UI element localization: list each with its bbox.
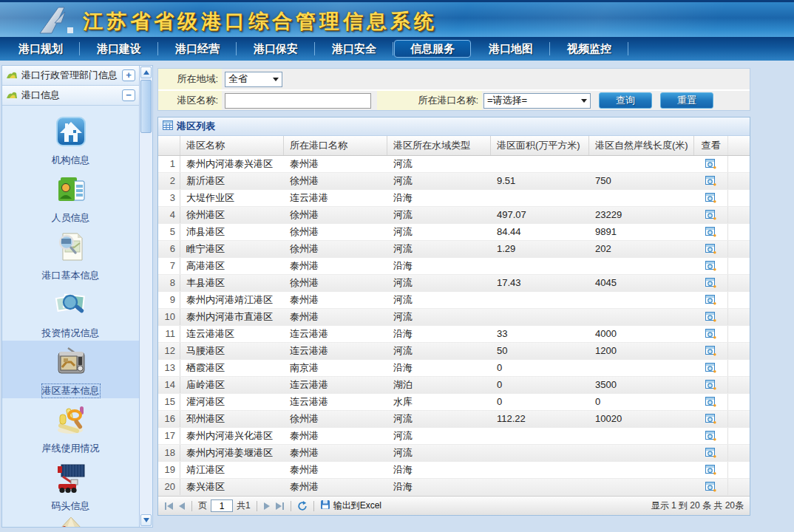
cell-view: [694, 411, 728, 427]
sidebar-scrollbar[interactable]: [139, 66, 152, 527]
table-row[interactable]: 4 徐州港区 徐州港 河流 497.07 23229: [158, 207, 750, 224]
col-header-water-type[interactable]: 港区所在水域类型: [387, 136, 491, 155]
col-header-port-name[interactable]: 所在港口名称: [284, 136, 387, 155]
table-row[interactable]: 16 邳州港区 徐州港 河流 112.22 10020: [158, 411, 750, 428]
scrollbar-thumb[interactable]: [140, 80, 152, 133]
sidebar-item-shoreline-usage[interactable]: 岸线使用情况: [2, 398, 139, 456]
nav-tab-port-security[interactable]: 港口保安: [237, 40, 315, 58]
cell-shoreline-length: 750: [589, 173, 694, 189]
cell-port-area-name: 泰州内河港泰兴港区: [180, 156, 284, 172]
sidebar-group-admin-dept[interactable]: 港口行政管理部门信息 +: [2, 66, 139, 86]
row-number: 9: [158, 292, 180, 308]
view-icon[interactable]: [705, 329, 716, 339]
container-truck-icon: [53, 460, 89, 498]
sidebar-item-partial[interactable]: [2, 514, 139, 528]
table-row[interactable]: 6 睢宁港区 徐州港 河流 1.29 202: [158, 241, 750, 258]
view-icon[interactable]: [705, 431, 716, 441]
cell-port-name: 连云港港: [284, 326, 387, 342]
nav-tab-port-safety[interactable]: 港口安全: [315, 40, 393, 58]
table-row[interactable]: 5 沛县港区 徐州港 河流 84.44 9891: [158, 224, 750, 241]
view-icon[interactable]: [705, 227, 716, 237]
view-icon[interactable]: [705, 482, 716, 492]
table-row[interactable]: 8 丰县港区 徐州港 河流 17.43 4045: [158, 275, 750, 292]
sidebar-item-org-info[interactable]: 机构信息: [2, 110, 139, 168]
view-icon[interactable]: [705, 176, 716, 186]
nav-tab-port-map[interactable]: 港口地图: [472, 40, 550, 58]
nav-tab-port-planning[interactable]: 港口规划: [1, 40, 80, 58]
view-icon[interactable]: [705, 159, 716, 169]
table-row[interactable]: 10 泰州内河港市直港区 泰州港 河流: [158, 309, 750, 326]
page-number-input[interactable]: [211, 499, 233, 512]
nav-tab-port-operation[interactable]: 港口经营: [158, 40, 237, 58]
sidebar-item-port-basic-info[interactable]: 港口基本信息: [2, 225, 139, 283]
table-icon: [163, 120, 173, 133]
view-icon[interactable]: [705, 346, 716, 356]
table-row[interactable]: 12 马腰港区 连云港港 河流 50 1200: [158, 343, 750, 360]
table-row[interactable]: 1 泰州内河港泰兴港区 泰州港 河流: [158, 156, 750, 173]
sidebar-group-port-info[interactable]: 港口信息 −: [2, 86, 139, 106]
scroll-up-icon[interactable]: [140, 66, 152, 78]
view-icon[interactable]: [705, 448, 716, 458]
table-row[interactable]: 19 靖江港区 泰州港 沿海: [158, 462, 750, 479]
table-row[interactable]: 13 栖霞港区 南京港 沿海 0: [158, 360, 750, 377]
view-icon[interactable]: [705, 397, 716, 407]
sidebar-item-personnel-info[interactable]: 人员信息: [2, 168, 139, 225]
cell-shoreline-length: 202: [589, 241, 694, 257]
table-row[interactable]: 11 连云港港区 连云港港 沿海 33 4000: [158, 326, 750, 343]
col-header-port-area-name[interactable]: 港区名称: [180, 136, 284, 155]
table-row[interactable]: 7 高港港区 泰州港 沿海: [158, 258, 750, 275]
view-icon[interactable]: [705, 261, 716, 271]
reset-button[interactable]: 重置: [660, 92, 713, 109]
export-excel-button[interactable]: 输出到Excel: [320, 499, 381, 512]
row-number: 12: [158, 343, 180, 359]
port-area-name-input[interactable]: [225, 93, 371, 109]
mound-icon: [6, 89, 18, 102]
sidebar-item-dock-info[interactable]: 码头信息: [2, 456, 139, 514]
port-name-select[interactable]: =请选择=: [483, 93, 591, 109]
next-page-icon[interactable]: [263, 502, 271, 511]
sidebar-item-port-area-basic-info[interactable]: 港区基本信息: [2, 341, 139, 398]
table-row[interactable]: 17 泰州内河港兴化港区 泰州港 河流: [158, 428, 750, 445]
col-header-view[interactable]: 查看: [694, 136, 728, 155]
table-row[interactable]: 9 泰州内河港靖江港区 泰州港 河流: [158, 292, 750, 309]
first-page-icon[interactable]: [164, 502, 174, 511]
cell-port-area-name: 连云港港区: [180, 326, 284, 342]
view-icon[interactable]: [705, 414, 716, 424]
expand-icon[interactable]: +: [122, 69, 135, 81]
prev-page-icon[interactable]: [178, 502, 186, 511]
scroll-down-icon[interactable]: [140, 514, 152, 526]
cell-water-type: 河流: [387, 292, 491, 308]
view-icon[interactable]: [705, 312, 716, 322]
nav-tab-info-service[interactable]: 信息服务: [394, 40, 471, 58]
last-page-icon[interactable]: [274, 502, 285, 511]
table-row[interactable]: 15 灌河港区 连云港港 水库 0 0: [158, 394, 750, 411]
table-row[interactable]: 20 泰兴港区 泰州港 沿海: [158, 479, 750, 496]
table-row[interactable]: 18 泰州内河港姜堰港区 泰州港 河流: [158, 445, 750, 462]
cell-water-type: 沿海: [387, 190, 491, 206]
sidebar-item-investment-info[interactable]: 投资情况信息: [2, 283, 139, 341]
table-row[interactable]: 3 大堤作业区 连云港港 沿海: [158, 190, 750, 207]
view-icon[interactable]: [705, 278, 716, 288]
cell-area: 0: [491, 377, 589, 393]
query-button[interactable]: 查询: [599, 92, 652, 109]
table-row[interactable]: 14 庙岭港区 连云港港 湖泊 0 3500: [158, 377, 750, 394]
view-icon[interactable]: [705, 465, 716, 475]
view-icon[interactable]: [705, 363, 716, 373]
view-icon[interactable]: [705, 193, 716, 203]
cell-port-name: 泰州港: [284, 258, 387, 274]
region-label: 所在地域:: [158, 69, 222, 89]
nav-tab-port-construction[interactable]: 港口建设: [80, 40, 158, 58]
view-icon[interactable]: [705, 295, 716, 305]
collapse-icon[interactable]: −: [122, 89, 135, 101]
refresh-icon[interactable]: [297, 501, 308, 511]
view-icon[interactable]: [705, 210, 716, 220]
col-header-shoreline-length[interactable]: 港区自然岸线长度(米): [589, 136, 694, 155]
nav-tab-video-monitor[interactable]: 视频监控: [550, 40, 628, 58]
cell-port-name: 连云港港: [284, 394, 387, 410]
view-icon[interactable]: [705, 380, 716, 390]
cell-port-area-name: 灌河港区: [180, 394, 284, 410]
col-header-area[interactable]: 港区面积(万平方米): [491, 136, 589, 155]
table-row[interactable]: 2 新沂港区 徐州港 河流 9.51 750: [158, 173, 750, 190]
region-select[interactable]: 全省: [225, 72, 282, 87]
view-icon[interactable]: [705, 244, 716, 254]
